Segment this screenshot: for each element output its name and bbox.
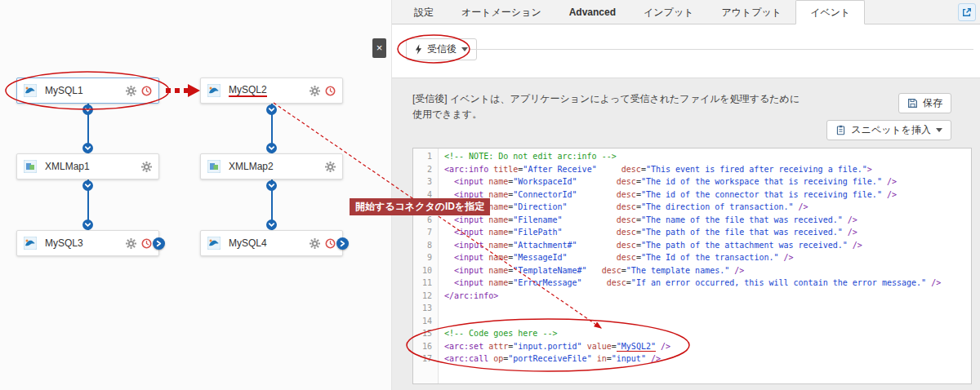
code-line: 9 <input name="MessageId" desc="The Id o…: [413, 251, 971, 264]
code-line: 2<arc:info title="After Receive" desc="T…: [413, 163, 971, 176]
node-label: XMLMap1: [45, 161, 90, 172]
event-panel-body: [受信後] イベントは、アプリケーションによって受信されたファイルを処理するため…: [392, 78, 980, 390]
chevron-down-badge: [266, 143, 277, 153]
line-number: 8: [413, 239, 438, 252]
chevron-down-badge: [266, 104, 277, 115]
code-line: 12</arc:info>: [413, 290, 971, 303]
app: MySQL1MySQL2XMLMap1XMLMap2MySQL3MySQL4 設…: [0, 0, 980, 390]
line-number: 15: [413, 327, 438, 340]
connector-node-xmlmap1[interactable]: XMLMap1: [16, 153, 159, 179]
code-text: <input name="Filename" desc="The name of…: [438, 214, 858, 227]
lightning-icon: [415, 44, 422, 55]
connector-node-xmlmap2[interactable]: XMLMap2: [200, 153, 343, 179]
line-number: 1: [413, 150, 438, 163]
node-label: XMLMap2: [229, 161, 274, 172]
chevron-down-badge: [82, 104, 93, 115]
clock-icon[interactable]: [141, 238, 152, 249]
code-text: </arc:info>: [438, 290, 498, 303]
snippet-icon: [835, 125, 846, 135]
code-line: 14: [413, 315, 971, 328]
xmlmap-icon: [207, 160, 220, 173]
code-text: <input name="Direction" desc="The direct…: [438, 201, 808, 214]
tab-automation[interactable]: オートメーション: [448, 0, 555, 24]
code-line: 15<!-- Code goes here -->: [413, 327, 971, 340]
line-number: 17: [413, 352, 438, 366]
panel-close-button[interactable]: ×: [372, 38, 386, 58]
code-text: <input name="Attachment#" desc="The path…: [438, 239, 862, 252]
code-text: <input name="ConnectorId" desc="The id o…: [438, 188, 897, 202]
node-label: MySQL1: [45, 85, 83, 96]
insert-snippet-button[interactable]: スニペットを挿入: [826, 120, 951, 140]
tab-output[interactable]: アウトプット: [707, 0, 795, 24]
insert-snippet-label: スニペットを挿入: [851, 123, 931, 137]
code-text: <arc:set attr="input.portid" value="MySQ…: [438, 340, 670, 353]
gear-icon[interactable]: [141, 162, 152, 172]
line-number: 13: [413, 302, 438, 315]
clock-icon[interactable]: [325, 86, 336, 96]
event-selector-label: 受信後: [427, 42, 457, 56]
gear-icon[interactable]: [325, 162, 336, 172]
line-number: 2: [413, 163, 438, 176]
code-line: 16<arc:set attr="input.portid" value="My…: [413, 340, 971, 353]
gear-icon[interactable]: [310, 238, 320, 249]
mysql-icon: [207, 84, 220, 97]
chevron-down-icon: [936, 128, 942, 132]
save-button[interactable]: 保存: [898, 93, 951, 113]
node-label: MySQL2: [229, 84, 267, 97]
play-badge[interactable]: [336, 237, 349, 250]
code-text: <input name="ErrorMessage" desc="If an e…: [438, 277, 941, 290]
line-number: 16: [413, 340, 438, 353]
connector-node-mysql1[interactable]: MySQL1: [16, 78, 159, 104]
popout-button[interactable]: [958, 3, 976, 21]
code-text: <input name="MessageId" desc="The Id of …: [438, 251, 794, 264]
code-line: 17<arc:call op="portReceiveFile" in="inp…: [413, 352, 971, 366]
xmlmap-icon: [24, 160, 37, 173]
chevron-down-badge: [82, 180, 93, 191]
event-panel: 設定オートメーションAdvancedインプットアウトプットイベント 受信後 [受…: [392, 0, 980, 390]
line-number: 9: [413, 251, 438, 264]
code-text: <!-- Code goes here -->: [438, 327, 557, 340]
event-selector-dropdown[interactable]: 受信後: [406, 38, 477, 60]
code-line: 3 <input name="WorkspaceId" desc="The id…: [413, 175, 971, 188]
chevron-down-badge: [82, 143, 93, 153]
save-button-label: 保存: [923, 96, 942, 110]
chevron-down-badge: [266, 219, 277, 230]
connector-node-mysql2[interactable]: MySQL2: [200, 78, 343, 104]
tab-events[interactable]: イベント: [795, 0, 865, 24]
code-line: 8 <input name="Attachment#" desc="The pa…: [413, 239, 971, 252]
save-icon: [907, 98, 918, 109]
mysql-icon: [24, 84, 37, 97]
code-text: <input name="TemplateName#" desc="The te…: [438, 264, 744, 277]
annotation-label: 開始するコネクタのIDを指定: [350, 198, 490, 215]
connector-node-mysql4[interactable]: MySQL4: [200, 230, 343, 256]
code-line: 5 <input name="Direction" desc="The dire…: [413, 201, 971, 214]
flow-canvas: MySQL1MySQL2XMLMap1XMLMap2MySQL3MySQL4: [0, 0, 392, 390]
line-number: 3: [413, 175, 438, 188]
gear-icon[interactable]: [310, 86, 320, 96]
clock-icon[interactable]: [141, 86, 152, 96]
code-text: <arc:call op="portReceiveFile" in="input…: [438, 352, 661, 366]
chevron-down-icon: [461, 47, 468, 51]
code-text: <arc:info title="After Receive" desc="Th…: [438, 163, 872, 176]
code-line: 13: [413, 302, 971, 315]
code-text: [438, 315, 444, 328]
line-number: 14: [413, 315, 438, 328]
gear-icon[interactable]: [126, 86, 136, 96]
node-label: MySQL4: [229, 237, 267, 249]
connector-node-mysql3[interactable]: MySQL3: [16, 230, 159, 256]
tab-bar: 設定オートメーションAdvancedインプットアウトプットイベント: [392, 0, 980, 24]
gear-icon[interactable]: [126, 238, 136, 249]
tab-input[interactable]: インプット: [630, 0, 707, 24]
event-divider-line: [470, 49, 973, 50]
code-editor[interactable]: 1<!-- NOTE: Do not edit arc:info -->2<ar…: [412, 148, 972, 384]
mysql-icon: [24, 237, 37, 250]
tab-settings[interactable]: 設定: [400, 0, 448, 24]
clock-icon[interactable]: [325, 238, 336, 249]
code-line: 6 <input name="Filename" desc="The name …: [413, 214, 971, 227]
code-text: <!-- NOTE: Do not edit arc:info -->: [438, 150, 617, 163]
play-badge[interactable]: [153, 237, 165, 250]
line-number: 11: [413, 277, 438, 290]
code-line: 4 <input name="ConnectorId" desc="The id…: [413, 188, 971, 202]
code-line: 11 <input name="ErrorMessage" desc="If a…: [413, 277, 971, 290]
tab-advanced[interactable]: Advanced: [555, 0, 630, 24]
